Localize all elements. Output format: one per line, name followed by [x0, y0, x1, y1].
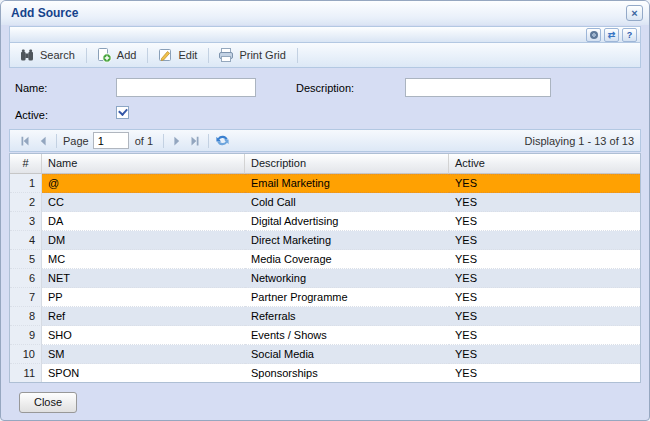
- close-button[interactable]: Close: [19, 392, 77, 413]
- add-button-label: Add: [117, 49, 137, 61]
- gear-icon: [590, 31, 598, 39]
- print-grid-button-label: Print Grid: [239, 49, 285, 61]
- displaying-status: Displaying 1 - 13 of 13: [525, 135, 634, 147]
- table-row[interactable]: 9 SHO Events / Shows YES: [10, 326, 640, 345]
- table-row[interactable]: 11 SPON Sponsorships YES: [10, 364, 640, 383]
- description-cell: Networking: [245, 269, 449, 288]
- description-cell: Digital Advertising: [245, 212, 449, 231]
- table-row[interactable]: 1 @ Email Marketing YES: [10, 174, 640, 193]
- next-page-icon: [170, 134, 184, 148]
- row-number-cell: 1: [10, 174, 42, 193]
- last-page-button[interactable]: [186, 132, 204, 150]
- titlebar: Add Source ×: [1, 1, 649, 25]
- edit-button-label: Edit: [178, 49, 197, 61]
- paging-separator: [56, 134, 57, 148]
- window-title: Add Source: [11, 6, 78, 20]
- page-label: Page: [63, 135, 89, 147]
- active-cell: YES: [449, 193, 640, 212]
- print-grid-button[interactable]: Print Grid: [213, 45, 292, 65]
- first-page-icon: [18, 134, 32, 148]
- column-header-active[interactable]: Active: [449, 154, 640, 174]
- name-cell: PP: [42, 288, 245, 307]
- active-cell: YES: [449, 174, 640, 193]
- next-page-button[interactable]: [168, 132, 186, 150]
- description-cell: Media Coverage: [245, 250, 449, 269]
- add-button[interactable]: Add: [91, 45, 144, 65]
- table-row[interactable]: 3 DA Digital Advertising YES: [10, 212, 640, 231]
- row-number-cell: 7: [10, 288, 42, 307]
- printer-icon: [218, 47, 234, 63]
- active-cell: YES: [449, 326, 640, 345]
- table-row[interactable]: 5 MC Media Coverage YES: [10, 250, 640, 269]
- description-cell: Events / Shows: [245, 326, 449, 345]
- edit-button[interactable]: Edit: [152, 45, 204, 65]
- description-cell: Partner Programme: [245, 288, 449, 307]
- active-cell: YES: [449, 307, 640, 326]
- active-checkbox[interactable]: [116, 106, 129, 119]
- page-plus-icon: [96, 47, 112, 63]
- refresh-grid-button[interactable]: [213, 132, 231, 150]
- description-cell: Cold Call: [245, 193, 449, 212]
- row-number-cell: 9: [10, 326, 42, 345]
- name-cell: Ref: [42, 307, 245, 326]
- help-button[interactable]: ?: [622, 28, 637, 42]
- name-input[interactable]: [116, 78, 256, 97]
- toolbar: Search Add Edit Print G: [9, 43, 641, 68]
- first-page-button[interactable]: [16, 132, 34, 150]
- search-button-label: Search: [40, 49, 75, 61]
- name-cell: NET: [42, 269, 245, 288]
- description-cell: Email Marketing: [245, 174, 449, 193]
- page-number-input[interactable]: [93, 132, 129, 149]
- tools-strip: ⇄ ?: [9, 26, 641, 43]
- close-icon[interactable]: ×: [626, 5, 643, 21]
- row-number-cell: 4: [10, 231, 42, 250]
- paging-separator: [208, 134, 209, 148]
- table-row[interactable]: 6 NET Networking YES: [10, 269, 640, 288]
- search-button[interactable]: Search: [14, 45, 82, 65]
- active-cell: YES: [449, 364, 640, 383]
- row-number-cell: 11: [10, 364, 42, 383]
- sources-grid: # Name Description Active 1 @ Email Mark…: [9, 153, 641, 383]
- description-cell: Direct Marketing: [245, 231, 449, 250]
- name-cell: @: [42, 174, 245, 193]
- settings-button[interactable]: [586, 28, 601, 42]
- description-cell: Social Media: [245, 345, 449, 364]
- name-cell: MC: [42, 250, 245, 269]
- name-cell: SM: [42, 345, 245, 364]
- active-cell: YES: [449, 269, 640, 288]
- description-label: Description:: [296, 82, 354, 94]
- active-cell: YES: [449, 345, 640, 364]
- row-number-cell: 2: [10, 193, 42, 212]
- description-input[interactable]: [405, 78, 551, 97]
- toolbar-separator: [86, 48, 87, 63]
- refresh-panel-button[interactable]: ⇄: [604, 28, 619, 42]
- column-header-name[interactable]: Name: [42, 154, 245, 174]
- row-number-cell: 10: [10, 345, 42, 364]
- page-of-label: of 1: [135, 135, 153, 147]
- name-cell: DA: [42, 212, 245, 231]
- row-number-cell: 5: [10, 250, 42, 269]
- table-row[interactable]: 4 DM Direct Marketing YES: [10, 231, 640, 250]
- table-row[interactable]: 2 CC Cold Call YES: [10, 193, 640, 212]
- row-number-cell: 8: [10, 307, 42, 326]
- toolbar-separator: [208, 48, 209, 63]
- binoculars-icon: [19, 47, 35, 63]
- grid-header: # Name Description Active: [10, 154, 640, 174]
- table-row[interactable]: 8 Ref Referrals YES: [10, 307, 640, 326]
- add-source-window: Add Source × ⇄ ? Search Add: [0, 0, 650, 421]
- column-header-description[interactable]: Description: [245, 154, 449, 174]
- active-cell: YES: [449, 231, 640, 250]
- table-row[interactable]: 7 PP Partner Programme YES: [10, 288, 640, 307]
- table-row[interactable]: 10 SM Social Media YES: [10, 345, 640, 364]
- active-label: Active:: [15, 109, 48, 121]
- refresh-icon: [215, 133, 230, 148]
- active-cell: YES: [449, 212, 640, 231]
- toolbar-separator: [297, 48, 298, 63]
- description-cell: Sponsorships: [245, 364, 449, 383]
- column-header-number[interactable]: #: [10, 154, 42, 174]
- prev-page-button[interactable]: [34, 132, 52, 150]
- pencil-icon: [157, 47, 173, 63]
- name-cell: CC: [42, 193, 245, 212]
- name-cell: DM: [42, 231, 245, 250]
- name-label: Name:: [15, 82, 47, 94]
